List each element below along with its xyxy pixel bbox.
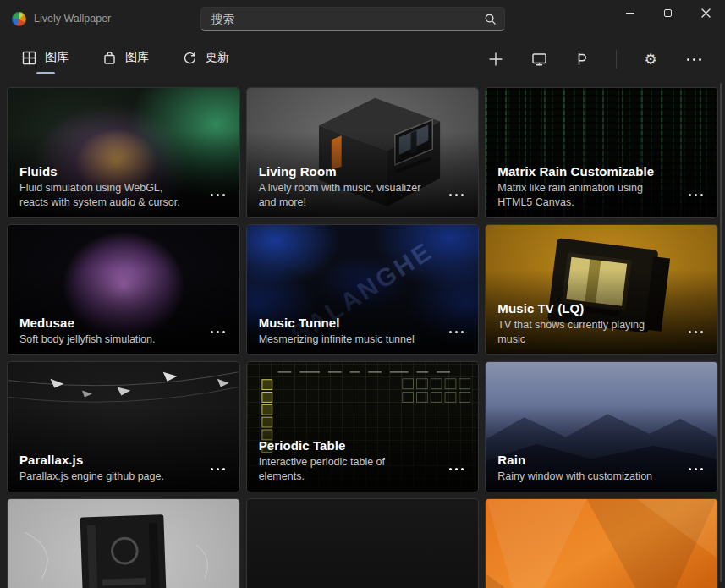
title-bar: Lively Wallpaper (0, 0, 725, 37)
toolbar-separator (616, 50, 617, 69)
card-more-button[interactable] (685, 190, 706, 200)
refresh-icon (183, 51, 197, 65)
wallpaper-card-bottom-1[interactable] (7, 498, 240, 588)
monitor-icon (531, 52, 547, 67)
search-icon[interactable] (475, 8, 504, 30)
wallpaper-title: Fluids (19, 164, 228, 179)
report-bug-button[interactable] (573, 50, 591, 69)
wallpaper-title: Matrix Rain Customizable (497, 164, 706, 179)
tab-store[interactable]: 图库 (101, 43, 151, 75)
wallpaper-title: Rain (497, 453, 706, 467)
close-button[interactable] (687, 0, 725, 26)
wallpaper-title: Periodic Table (259, 438, 467, 453)
wallpaper-card-medusae[interactable]: Medusae Soft body jellyfish simulation. (7, 224, 240, 355)
tab-label: 图库 (125, 50, 149, 65)
card-info: Parallax.js Parallax.js engine github pa… (8, 453, 239, 492)
wallpaper-card-living-room[interactable]: Living Room A lively room with music, vi… (246, 87, 480, 218)
card-more-button[interactable] (207, 190, 228, 200)
wallpaper-card-fluids[interactable]: Fluids Fluid simulation using WebGL, rea… (7, 87, 240, 218)
active-tab-indicator (36, 72, 55, 74)
maximize-icon (664, 9, 672, 17)
card-info: Music TV (LQ) TV that shows currently pl… (486, 301, 717, 354)
wallpaper-description: Rainy window with customization (497, 470, 706, 484)
add-wallpaper-button[interactable] (486, 50, 505, 69)
wallpaper-card-rain[interactable]: Rain Rainy window with customization (485, 361, 718, 492)
shopping-bag-icon (102, 51, 117, 65)
card-info: Rain Rainy window with customization (486, 453, 717, 492)
window-title: Lively Wallpaper (34, 13, 111, 25)
wallpaper-card-bottom-3[interactable] (485, 498, 718, 588)
tab-library[interactable]: 图库 (20, 43, 70, 75)
wallpaper-card-music-tunnel[interactable]: SALANGHE Music Tunnel Mesmerizing infini… (246, 224, 480, 355)
wallpaper-card-parallax[interactable]: Parallax.js Parallax.js engine github pa… (7, 361, 240, 492)
more-options-button[interactable] (684, 50, 703, 69)
wallpaper-description: Fluid simulation using WebGL, reacts wit… (19, 181, 228, 210)
plus-icon (488, 52, 503, 67)
close-icon (701, 8, 711, 18)
wallpaper-title: Living Room (259, 164, 467, 179)
card-more-button[interactable] (446, 327, 467, 337)
wallpaper-title: Parallax.js (19, 453, 228, 467)
tab-bar: 图库 图库 更新 (20, 43, 231, 75)
toolbar: 图库 图库 更新 ⚙ (0, 37, 725, 81)
wallpaper-thumbnail (486, 499, 717, 588)
tab-label: 图库 (45, 50, 69, 65)
display-select-button[interactable] (530, 50, 548, 69)
app-logo-icon (12, 12, 26, 26)
wallpaper-card-bottom-2[interactable] (246, 498, 480, 588)
card-more-button[interactable] (446, 464, 467, 474)
flag-icon (574, 52, 590, 67)
card-info: Fluids Fluid simulation using WebGL, rea… (8, 164, 239, 217)
thumbnail-art (8, 499, 239, 588)
grid-icon (22, 51, 36, 65)
card-more-button[interactable] (685, 327, 706, 337)
wallpaper-card-music-tv[interactable]: Music TV (LQ) TV that shows currently pl… (485, 224, 718, 355)
card-more-button[interactable] (207, 464, 228, 474)
minimize-icon (626, 13, 634, 14)
wallpaper-description: Parallax.js engine github page. (19, 470, 228, 484)
thumbnail-art (486, 499, 717, 588)
wallpaper-title: Music Tunnel (259, 316, 467, 330)
window-controls (611, 0, 725, 26)
wallpaper-description: Matrix like rain animation using HTML5 C… (497, 181, 706, 210)
wallpaper-description: TV that shows currently playing music (497, 318, 706, 347)
card-info: Periodic Table Interactive periodic tabl… (247, 438, 479, 492)
search-input[interactable] (201, 13, 475, 25)
toolbar-actions: ⚙ (486, 50, 703, 69)
card-info: Music Tunnel Mesmerizing infinite music … (247, 316, 479, 354)
vertical-scrollbar[interactable] (720, 83, 722, 582)
card-more-button[interactable] (446, 190, 467, 200)
card-more-button[interactable] (685, 464, 706, 474)
gear-icon: ⚙ (644, 52, 656, 67)
wallpaper-thumbnail (8, 499, 239, 588)
more-icon (687, 58, 701, 61)
search-box[interactable] (200, 7, 505, 31)
settings-button[interactable]: ⚙ (641, 50, 660, 69)
minimize-button[interactable] (611, 0, 649, 26)
wallpaper-grid: Fluids Fluid simulation using WebGL, rea… (0, 81, 725, 588)
wallpaper-thumbnail (247, 499, 479, 588)
wallpaper-card-matrix-rain[interactable]: Matrix Rain Customizable Matrix like rai… (485, 87, 718, 218)
card-info: Matrix Rain Customizable Matrix like rai… (486, 164, 717, 217)
wallpaper-description: A lively room with music, visualizer and… (259, 181, 467, 210)
card-info: Medusae Soft body jellyfish simulation. (8, 316, 239, 354)
wallpaper-description: Interactive periodic table of elements. (259, 455, 467, 484)
card-info: Living Room A lively room with music, vi… (247, 164, 479, 217)
tab-update[interactable]: 更新 (181, 43, 231, 75)
wallpaper-description: Soft body jellyfish simulation. (19, 332, 228, 347)
card-more-button[interactable] (207, 327, 228, 337)
wallpaper-description: Mesmerizing infinite music tunnel (259, 332, 467, 347)
maximize-button[interactable] (649, 0, 687, 26)
wallpaper-title: Medusae (19, 316, 228, 330)
wallpaper-title: Music TV (LQ) (497, 301, 706, 316)
wallpaper-card-periodic-table[interactable]: Periodic Table Interactive periodic tabl… (246, 361, 480, 492)
tab-label: 更新 (206, 50, 229, 65)
